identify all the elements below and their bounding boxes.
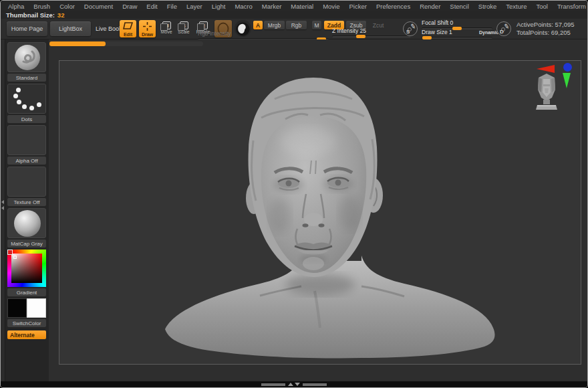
menu-bar: Alpha Brush Color Document Draw Edit Fil… — [1, 1, 587, 11]
menu-material[interactable]: Material — [286, 3, 318, 10]
dots-stroke-thumb[interactable] — [7, 84, 46, 114]
matcap-sphere-icon — [14, 210, 41, 237]
draw-size-d-icon[interactable]: ✎ D — [496, 21, 511, 36]
menu-marker[interactable]: Marker — [257, 3, 287, 10]
material-selector[interactable]: MatCap Gray — [7, 208, 49, 248]
home-page-button[interactable]: Home Page — [7, 21, 47, 36]
move-icon: M — [162, 21, 171, 29]
z-axis-dot-icon[interactable] — [563, 63, 572, 72]
y-axis-arrow-icon[interactable] — [563, 73, 571, 88]
tray-collapse-arrows-icon[interactable] — [1, 200, 4, 210]
focal-shift-slider[interactable]: Focal Shift 0 — [422, 20, 492, 29]
thumbnail-size-fill — [49, 41, 106, 46]
hue-marker — [7, 250, 13, 255]
menu-color[interactable]: Color — [55, 3, 80, 10]
top-shelf: Home Page LightBox Live Boolean Edit Dra… — [1, 19, 587, 39]
menu-tool[interactable]: Tool — [531, 3, 552, 10]
thumbnail-size-label: Thumbnail Size: — [6, 11, 55, 19]
menu-edit[interactable]: Edit — [142, 3, 162, 10]
draw-crosshair-icon — [143, 22, 152, 31]
main-color-swatch[interactable] — [7, 298, 27, 318]
brush-selector[interactable]: Standard — [7, 42, 49, 82]
z-intensity-slider[interactable]: Z Intensity 25 — [332, 28, 411, 37]
menu-light[interactable]: Light — [207, 3, 231, 10]
edit-trapezoid-icon — [123, 22, 133, 29]
menu-render[interactable]: Render — [415, 3, 445, 10]
sv-marker — [13, 256, 17, 259]
menu-macro[interactable]: Macro — [230, 3, 257, 10]
a-button[interactable]: A — [253, 21, 263, 29]
menu-stencil[interactable]: Stencil — [445, 3, 474, 10]
rgb-intensity-slider[interactable]: Rgb Intensity — [198, 31, 329, 40]
dots-icon — [8, 84, 45, 113]
canvas-area — [49, 39, 587, 381]
standard-brush-thumb[interactable] — [7, 42, 46, 72]
z-intensity-handle[interactable] — [356, 35, 365, 38]
menu-brush[interactable]: Brush — [29, 3, 55, 10]
menu-movie[interactable]: Movie — [318, 3, 344, 10]
menu-file[interactable]: File — [162, 3, 182, 10]
texture-selector[interactable]: Texture Off — [7, 167, 49, 206]
edit-button[interactable]: Edit — [120, 20, 136, 37]
menu-draw[interactable]: Draw — [118, 3, 142, 10]
h-scrollbar-right[interactable] — [303, 383, 327, 386]
zbrush-window: Alpha Brush Color Document Draw Edit Fil… — [0, 0, 588, 388]
menu-transform[interactable]: Transform — [553, 3, 588, 10]
point-stats: ActivePoints: 57,095 TotalPoints: 69,205 — [517, 21, 575, 37]
mrgb-button[interactable]: Mrgb — [264, 21, 285, 29]
matcap-gray-thumb[interactable] — [7, 208, 46, 238]
h-scrollbar-left[interactable] — [261, 383, 285, 386]
brush-sphere-icon — [15, 45, 40, 70]
scroll-arrows[interactable] — [288, 383, 300, 386]
total-points: TotalPoints: 69,205 — [517, 29, 575, 37]
scroll-down-icon[interactable] — [295, 383, 300, 386]
alpha-off-thumb[interactable] — [7, 125, 46, 155]
bottom-scroll-strip — [1, 381, 587, 387]
gradient-color-picker[interactable] — [7, 250, 46, 287]
scroll-up-icon[interactable] — [288, 383, 293, 386]
polymesh-head-preview[interactable] — [534, 72, 559, 111]
thumbnail-size-slider[interactable] — [49, 41, 203, 46]
pen-glyph: ✎ — [503, 22, 510, 30]
m-button[interactable]: M — [312, 21, 321, 29]
thumbnail-size-row: Thumbnail Size: 32 — [1, 11, 587, 19]
focal-shift-icon[interactable]: ✎ S — [403, 21, 418, 36]
menu-texture[interactable]: Texture — [501, 3, 531, 10]
menu-document[interactable]: Document — [80, 3, 118, 10]
menu-preferences[interactable]: Preferences — [372, 3, 415, 10]
menu-layer[interactable]: Layer — [182, 3, 207, 10]
secondary-color-swatch[interactable] — [27, 298, 46, 318]
color-picker-widget[interactable]: Gradient — [7, 250, 49, 296]
rotate-icon: R — [199, 21, 208, 29]
alpha-selector[interactable]: Alpha Off — [7, 125, 49, 165]
left-shelf: Standard Dots Alpha Off Texture Off — [5, 39, 49, 381]
scale-icon: S — [180, 21, 188, 29]
dynamic-label[interactable]: Dynamic — [479, 30, 498, 35]
lightbox-button[interactable]: LightBox — [50, 21, 91, 36]
draw-button[interactable]: Draw — [139, 20, 156, 37]
sculpted-head-model[interactable] — [59, 61, 581, 364]
menu-stroke[interactable]: Stroke — [474, 3, 501, 10]
rgb-button[interactable]: Rgb — [286, 21, 307, 29]
scale-button[interactable]: S Scale — [176, 21, 192, 35]
move-button[interactable]: M Move — [158, 21, 174, 35]
texture-off-thumb[interactable] — [7, 167, 46, 197]
thumbnail-size-value: 32 — [57, 11, 65, 19]
menu-alpha[interactable]: Alpha — [3, 3, 29, 10]
pen-glyph: ✎ — [410, 22, 416, 30]
menu-picker[interactable]: Picker — [345, 3, 372, 10]
switch-color-widget[interactable]: SwitchColor — [7, 298, 49, 327]
left-tray-divider[interactable] — [1, 39, 5, 381]
alternate-button[interactable]: Alternate — [7, 330, 46, 339]
sculpt-document[interactable] — [59, 60, 581, 365]
active-points: ActivePoints: 57,095 — [517, 21, 575, 29]
stroke-selector[interactable]: Dots — [7, 84, 49, 123]
